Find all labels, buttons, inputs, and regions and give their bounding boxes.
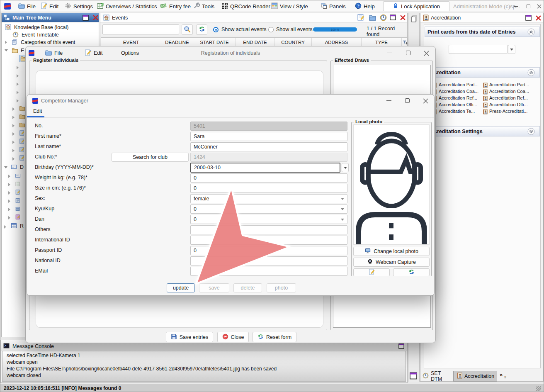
email-input[interactable] xyxy=(190,267,347,276)
print-date-combo-input[interactable] xyxy=(449,45,508,54)
resize-grip[interactable] xyxy=(536,386,541,391)
accreditation-item[interactable]: Press-Accreditati... xyxy=(489,109,527,114)
pages-icon[interactable] xyxy=(410,15,418,22)
registration-minimize-icon[interactable] xyxy=(387,53,392,53)
update-button[interactable]: update xyxy=(167,283,195,292)
expander-right-icon[interactable] xyxy=(4,225,6,229)
print-date-combo-button[interactable] xyxy=(508,45,515,54)
expander-right-icon[interactable] xyxy=(17,91,19,94)
col-end-date[interactable]: END DATE xyxy=(236,38,274,47)
tree-maximize-icon[interactable] xyxy=(82,15,90,22)
accreditation-item[interactable]: Accreditation Te... xyxy=(439,109,475,114)
competitor-close-icon[interactable] xyxy=(423,98,428,105)
menu-edit[interactable]: Edit xyxy=(41,0,58,12)
lock-application-button[interactable]: Lock Application xyxy=(383,1,449,11)
events-maximize-icon[interactable] xyxy=(389,14,397,22)
expander-right-icon[interactable] xyxy=(8,191,10,195)
expander-right-icon[interactable] xyxy=(12,116,15,119)
radio-show-all[interactable] xyxy=(268,27,274,32)
collapse-down-icon[interactable] xyxy=(527,128,535,135)
expander-right-icon[interactable] xyxy=(8,175,10,178)
menu-entry-fee[interactable]: Entry fee xyxy=(160,0,191,12)
col-start-date[interactable]: START DATE xyxy=(193,38,236,47)
accreditation-item[interactable]: Accreditation Coa... xyxy=(489,89,529,94)
events-refresh-button[interactable] xyxy=(196,24,207,35)
competitor-menu-edit[interactable]: Edit xyxy=(33,108,42,114)
accreditation-item[interactable]: Accreditation Offi... xyxy=(489,102,528,107)
accreditation-item[interactable]: Accreditation Coa... xyxy=(439,89,478,94)
expander-right-icon[interactable] xyxy=(12,107,15,111)
col-event[interactable]: EVENT xyxy=(101,38,161,47)
accreditation-item[interactable]: Accreditation Part... xyxy=(489,82,529,87)
menu-help[interactable]: ?Help xyxy=(355,0,375,12)
first-name-input[interactable] xyxy=(190,132,347,141)
expander-right-icon[interactable] xyxy=(17,83,19,86)
weight-input[interactable] xyxy=(190,173,347,183)
print-cards-section-header[interactable]: Print cards from this date of Entries xyxy=(425,27,540,37)
last-name-input[interactable] xyxy=(190,142,347,151)
expander-right-icon[interactable] xyxy=(12,132,15,136)
passport-id-input[interactable] xyxy=(190,246,347,255)
competitor-minimize-icon[interactable] xyxy=(386,100,391,101)
col-address[interactable]: ADDRESS xyxy=(312,38,362,47)
accreditation-item[interactable]: Accreditation Part... xyxy=(439,82,478,87)
registration-close-icon[interactable] xyxy=(424,50,429,58)
menu-view-style[interactable]: View / Style xyxy=(271,0,308,12)
international-id-input[interactable] xyxy=(190,236,347,245)
restore-window-icon[interactable] xyxy=(409,372,418,382)
birthday-input[interactable] xyxy=(190,163,340,173)
registration-maximize-icon[interactable] xyxy=(406,51,410,55)
console-maximize-icon[interactable] xyxy=(398,343,405,351)
edit-photo-button[interactable] xyxy=(353,268,390,276)
tab-set-dtm[interactable]: SET DTM xyxy=(420,371,453,382)
save-button[interactable]: save xyxy=(199,283,229,292)
others-input[interactable] xyxy=(190,225,347,234)
accreditation-item[interactable]: Accreditation Ref... xyxy=(489,95,528,100)
accreditation-item[interactable]: Accreditation Offi... xyxy=(439,102,477,107)
chevron-down-icon[interactable] xyxy=(341,198,344,200)
delete-button[interactable]: delete xyxy=(233,283,262,292)
accreditation-section-header[interactable]: Accreditation xyxy=(425,67,540,78)
form-edit-icon[interactable] xyxy=(357,14,365,22)
events-search-input[interactable] xyxy=(102,24,179,34)
expander-right-icon[interactable] xyxy=(5,41,7,44)
photo-button[interactable]: photo xyxy=(267,283,296,292)
menu-panels[interactable]: Panels xyxy=(321,0,346,12)
menu-qrcode[interactable]: QRCode Reader xyxy=(221,0,270,12)
radio-show-actual[interactable] xyxy=(213,27,219,32)
dan-select[interactable] xyxy=(190,215,347,224)
expander-right-icon[interactable] xyxy=(17,74,19,78)
col-type[interactable]: TYPE xyxy=(362,38,402,47)
birthday-dropdown-button[interactable] xyxy=(342,163,349,172)
col-country[interactable]: COUNTRY xyxy=(274,38,312,47)
change-local-photo-button[interactable]: Change local photo xyxy=(353,247,430,256)
events-search-button[interactable] xyxy=(182,24,193,35)
clock-icon[interactable] xyxy=(380,14,387,22)
tab-accreditation[interactable]: Accreditation xyxy=(453,371,497,382)
expander-down-icon[interactable] xyxy=(5,49,8,51)
expander-right-icon[interactable] xyxy=(17,99,19,102)
expander-right-icon[interactable] xyxy=(12,141,15,144)
minimize-button[interactable] xyxy=(510,0,522,12)
menu-settings[interactable]: Settings xyxy=(65,0,93,12)
expander-right-icon[interactable] xyxy=(12,149,15,152)
console-log-area[interactable]: selected FaceTime HD-Kamera 1 webcam ope… xyxy=(2,351,406,382)
expander-right-icon[interactable] xyxy=(8,208,10,211)
save-entries-button[interactable]: Save entries xyxy=(166,332,213,342)
events-close-icon[interactable] xyxy=(400,15,406,21)
accreditation-maximize-icon[interactable] xyxy=(525,15,532,23)
expander-right-icon[interactable] xyxy=(8,200,10,203)
accreditation-close-icon[interactable] xyxy=(535,15,542,23)
expander-right-icon[interactable] xyxy=(8,183,10,186)
sex-select[interactable] xyxy=(190,194,347,203)
menu-overviews[interactable]: Overviews / Statistics xyxy=(97,0,157,12)
chevron-down-icon[interactable] xyxy=(341,208,344,210)
refresh-photo-button[interactable] xyxy=(393,268,430,276)
collapse-up-icon[interactable] xyxy=(527,28,535,36)
close-dialog-button[interactable]: Close xyxy=(217,332,249,342)
menu-tools[interactable]: Tools xyxy=(193,0,214,12)
expander-right-icon[interactable] xyxy=(12,124,15,127)
national-id-input[interactable] xyxy=(190,256,347,265)
folder-icon[interactable] xyxy=(369,14,376,22)
expander-right-icon[interactable] xyxy=(8,216,10,219)
